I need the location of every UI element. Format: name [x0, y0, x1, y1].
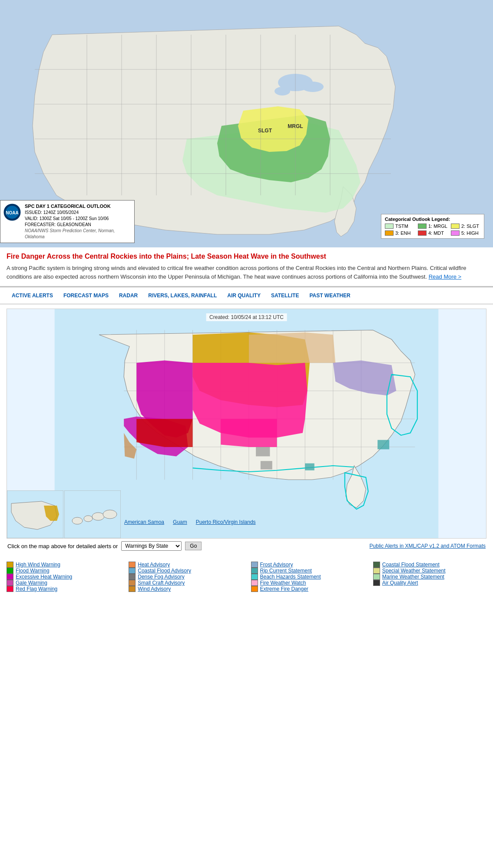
marine-weather-color	[373, 574, 380, 580]
svg-rect-37	[256, 447, 270, 457]
map-controls-row: Click on the map above for detailed aler…	[7, 541, 486, 551]
nav-satellite[interactable]: SATELLITE	[266, 291, 304, 300]
high-wind-link[interactable]: High Wind Warning	[16, 562, 60, 568]
extreme-fire-color	[251, 586, 258, 592]
red-flag-link[interactable]: Red Flag Warning	[16, 586, 57, 592]
nav-rivers[interactable]: RIVERS, LAKES, RAINFALL	[143, 291, 222, 300]
mdt-color	[418, 230, 427, 236]
guam-link[interactable]: Guam	[173, 519, 187, 525]
legend-rip-current: Rip Current Statement	[251, 568, 364, 574]
article-body: A strong Pacific system is bringing stro…	[7, 264, 486, 281]
spc-valid: VALID: 1300Z Sat 10/05 - 1200Z Sun 10/06	[25, 216, 132, 222]
nav-forecast-maps[interactable]: FORECAST MAPS	[58, 291, 114, 300]
frost-advisory-link[interactable]: Frost Advisory	[260, 562, 293, 568]
svg-rect-38	[261, 461, 272, 469]
mrgl-label: 1: MRGL	[428, 224, 447, 229]
alerts-map-container[interactable]: Created: 10/05/24 at 13:12 UTC	[7, 309, 486, 539]
spc-issued: ISSUED: 1240Z 10/05/2024	[25, 210, 132, 216]
xml-cap-link[interactable]: Public Alerts in XML/CAP v1.2 and ATOM F…	[370, 543, 486, 549]
flood-warning-link[interactable]: Flood Warning	[16, 568, 50, 574]
inset-maps	[7, 490, 121, 538]
map-links: Public Alerts in XML/CAP v1.2 and ATOM F…	[370, 543, 486, 549]
legend-frost-advisory: Frost Advisory	[251, 562, 364, 568]
legend-enh: 3: ENH	[385, 230, 414, 236]
warnings-dropdown[interactable]: Warnings By State Warnings By County War…	[121, 541, 182, 551]
legend-high-wind-warning: High Wind Warning	[7, 562, 120, 568]
article-title: Fire Danger Across the Central Rockies i…	[7, 253, 486, 260]
nav-bar: ACTIVE ALERTS FORECAST MAPS RADAR RIVERS…	[0, 287, 493, 304]
red-flag-color	[7, 586, 13, 592]
mdt-label: 4: MDT	[428, 230, 444, 236]
wind-advisory-color	[129, 586, 136, 592]
spc-credit: NOAA/NWS Storm Prediction Center, Norman…	[25, 228, 132, 240]
svg-point-3	[275, 87, 290, 95]
svg-rect-36	[305, 464, 314, 470]
spc-info-box: NOAA SPC DAY 1 CATEGORICAL OUTLOOK ISSUE…	[0, 200, 135, 243]
legend-tstm: TSTM	[385, 224, 414, 229]
spc-title: SPC DAY 1 CATEGORICAL OUTLOOK	[25, 203, 132, 210]
legend-flood-warning: Flood Warning	[7, 568, 120, 574]
inset-map-links: American Samoa Guam Puerto Rico/Virgin I…	[124, 519, 256, 525]
legend-air-quality-alert: Air Quality Alert	[373, 580, 486, 586]
svg-point-43	[84, 516, 93, 522]
alerts-map-section: Created: 10/05/24 at 13:12 UTC	[0, 304, 493, 555]
legend-wind-advisory: Wind Advisory	[129, 586, 242, 592]
wind-advisory-link[interactable]: Wind Advisory	[138, 586, 171, 592]
noaa-logo: NOAA	[3, 203, 21, 221]
coastal-flood-advisory-link[interactable]: Coastal Flood Advisory	[138, 568, 191, 574]
legend-coastal-flood-statement: Coastal Flood Statement	[373, 562, 486, 568]
coastal-flood-statement-link[interactable]: Coastal Flood Statement	[382, 562, 440, 568]
legend-slgt: 2: SLGT	[451, 224, 480, 229]
air-quality-color	[373, 580, 380, 586]
slgt-color	[451, 224, 460, 229]
map-timestamp: Created: 10/05/24 at 13:12 UTC	[206, 313, 287, 321]
legend-high: 5: HIGH	[451, 230, 480, 236]
nav-radar[interactable]: RADAR	[114, 291, 143, 300]
flood-warning-color	[7, 568, 13, 574]
beach-hazards-link[interactable]: Beach Hazards Statement	[260, 574, 321, 580]
spc-map-container: SLGT MRGL NOAA SP	[0, 0, 493, 247]
puerto-rico-link[interactable]: Puerto Rico/Virgin Islands	[196, 519, 256, 525]
legend-col-2: Frost Advisory Rip Current Statement Bea…	[251, 562, 364, 592]
legend-red-flag-warning: Red Flag Warning	[7, 586, 120, 592]
enh-color	[385, 230, 394, 236]
gale-warning-color	[7, 580, 13, 586]
article-section: Fire Danger Across the Central Rockies i…	[0, 247, 493, 287]
nav-active-alerts[interactable]: ACTIVE ALERTS	[7, 291, 58, 300]
air-quality-link[interactable]: Air Quality Alert	[382, 580, 418, 586]
controls-label: Click on the map above for detailed aler…	[7, 543, 118, 549]
legend-mdt: 4: MDT	[418, 230, 447, 236]
dense-fog-color	[129, 574, 136, 580]
small-craft-link[interactable]: Small Craft Advisory	[138, 580, 185, 586]
fire-weather-watch-link[interactable]: Fire Weather Watch	[260, 580, 306, 586]
legend-col-1: Heat Advisory Coastal Flood Advisory Den…	[129, 562, 242, 592]
special-weather-link[interactable]: Special Weather Statement	[382, 568, 446, 574]
legend-beach-hazards: Beach Hazards Statement	[251, 574, 364, 580]
enh-label: 3: ENH	[395, 230, 410, 236]
nav-past-weather[interactable]: PAST WEATHER	[304, 291, 355, 300]
legend-col-0: High Wind Warning Flood Warning Excessiv…	[7, 562, 120, 592]
svg-point-42	[72, 517, 83, 524]
coastal-flood-advisory-color	[129, 568, 136, 574]
hawaii-inset	[64, 490, 121, 538]
heat-advisory-link[interactable]: Heat Advisory	[138, 562, 170, 568]
spc-forecaster: FORECASTER: GLEASON/DEAN	[25, 222, 132, 228]
nav-air-quality[interactable]: AIR QUALITY	[222, 291, 266, 300]
legend-special-weather: Special Weather Statement	[373, 568, 486, 574]
go-button[interactable]: Go	[185, 542, 202, 550]
rip-current-link[interactable]: Rip Current Statement	[260, 568, 312, 574]
legend-fire-weather-watch: Fire Weather Watch	[251, 580, 364, 586]
svg-text:NOAA: NOAA	[6, 210, 18, 215]
extreme-fire-link[interactable]: Extreme Fire Danger	[260, 586, 308, 592]
excessive-heat-link[interactable]: Excessive Heat Warning	[16, 574, 72, 580]
dense-fog-link[interactable]: Dense Fog Advisory	[138, 574, 184, 580]
american-samoa-link[interactable]: American Samoa	[124, 519, 164, 525]
svg-point-2	[302, 82, 324, 92]
read-more-link[interactable]: Read More >	[429, 273, 462, 280]
legend-heat-advisory: Heat Advisory	[129, 562, 242, 568]
marine-weather-link[interactable]: Marine Weather Statement	[382, 574, 444, 580]
small-craft-color	[129, 580, 136, 586]
high-label: 5: HIGH	[461, 230, 479, 236]
gale-warning-link[interactable]: Gale Warning	[16, 580, 47, 586]
article-text: A strong Pacific system is bringing stro…	[7, 265, 467, 280]
